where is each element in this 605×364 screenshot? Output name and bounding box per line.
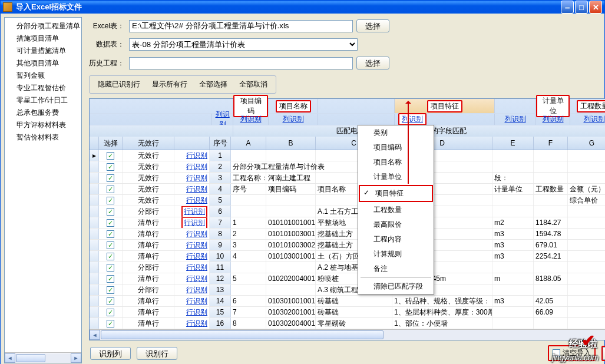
row-identify-link[interactable]: 行识别 xyxy=(174,318,210,329)
dropdown-item[interactable]: 类别 xyxy=(358,125,434,140)
maximize-button[interactable]: □ xyxy=(575,1,588,14)
checkbox-icon[interactable] xyxy=(553,349,560,357)
col-identify-link-d[interactable]: 列识别 xyxy=(398,113,427,125)
sidebar-item[interactable]: 措施项目清单 xyxy=(15,32,81,45)
table-row: ✓无效行行识别4序号项目编码项目名称计量单位工程数量金额（元） xyxy=(90,184,605,195)
hide-identified-button[interactable]: 隐藏已识别行 xyxy=(92,78,146,91)
dropdown-item[interactable]: 项目特征 xyxy=(359,185,433,202)
cancel-all-button[interactable]: 全部取消 xyxy=(233,78,273,91)
column-match-dropdown[interactable]: 类别项目编码项目名称计量单位项目特征工程数量最高限价工程内容计算规则备注清除已匹… xyxy=(358,125,434,294)
dropdown-item[interactable]: 备注 xyxy=(358,262,434,276)
cell-b: 010202004001 xyxy=(266,273,316,284)
row-invalid-label: 清单行 xyxy=(123,240,174,250)
cell-e: 段： xyxy=(492,173,534,183)
clear-import-checkbox[interactable]: 清空导入 xyxy=(548,345,596,361)
import-button[interactable]: 导入 xyxy=(603,347,605,360)
show-all-button[interactable]: 显示所有行 xyxy=(146,78,193,91)
cell-f xyxy=(534,150,568,161)
row-checkbox[interactable]: ✓ xyxy=(99,240,123,250)
dropdown-item[interactable]: 计量单位 xyxy=(358,170,434,184)
sidebar-item[interactable]: 暂列金额 xyxy=(15,70,81,82)
col-identify-link-b[interactable]: 列识别 xyxy=(283,114,304,124)
row-checkbox[interactable]: ✓ xyxy=(99,296,123,306)
row-checkbox[interactable]: ✓ xyxy=(99,195,123,206)
sidebar-item[interactable]: 甲方评标材料表 xyxy=(15,119,81,131)
row-checkbox[interactable]: ✓ xyxy=(99,150,123,161)
table-row: ✓无效行行识别5综合单价 xyxy=(90,195,605,206)
grid-h-scroll-thumb[interactable] xyxy=(101,330,384,339)
sidebar-item[interactable]: 总承包服务费 xyxy=(15,107,81,119)
row-identify-link[interactable]: 行识别 xyxy=(174,262,210,273)
scroll-right-icon[interactable]: ► xyxy=(71,353,81,363)
dropdown-clear[interactable]: 清除已匹配字段 xyxy=(358,279,434,294)
col-no-header: 序号 xyxy=(210,137,231,150)
cell-a: 3 xyxy=(231,240,266,250)
close-button[interactable]: ✕ xyxy=(589,1,602,14)
row-identify-link[interactable]: 行识别 xyxy=(174,184,210,194)
sidebar-item[interactable]: 可计量措施清单 xyxy=(15,45,81,57)
cell-b xyxy=(266,262,316,273)
row-identify-link[interactable]: 行识别 xyxy=(174,150,210,161)
dropdown-item[interactable]: 计算规则 xyxy=(358,247,434,262)
scroll-left-icon[interactable]: ◄ xyxy=(5,353,15,363)
col-identify-link-f[interactable]: 列识别 xyxy=(543,114,564,124)
row-checkbox[interactable]: ✓ xyxy=(99,273,123,284)
minimize-button[interactable]: ‒ xyxy=(561,1,574,14)
dropdown-item[interactable]: 工程内容 xyxy=(358,232,434,247)
sheet-select[interactable]: 表-08 分部分项工程量清单计价表 xyxy=(129,38,358,51)
sidebar-h-scrollbar[interactable]: ◄ ► xyxy=(5,352,81,363)
select-all-button[interactable]: 全部选择 xyxy=(193,78,233,91)
row-indicator-icon xyxy=(90,284,99,295)
select-history-button[interactable]: 选择 xyxy=(356,57,389,70)
row-identify-link[interactable]: 行识别 xyxy=(174,240,210,250)
row-identify-link[interactable]: 行识别 xyxy=(174,206,210,217)
row-checkbox[interactable]: ✓ xyxy=(99,173,123,183)
sidebar-item[interactable]: 暂估价材料表 xyxy=(15,131,81,144)
row-identify-link[interactable]: 行识别 xyxy=(174,273,210,284)
col-identify-link-g[interactable]: 列识别 xyxy=(584,114,605,124)
row-checkbox[interactable]: ✓ xyxy=(99,307,123,317)
row-invalid-label: 清单行 xyxy=(123,318,174,329)
sidebar-item[interactable]: 其他项目清单 xyxy=(15,57,81,70)
identify-col-button[interactable]: 识别列 xyxy=(90,347,131,360)
row-identify-link[interactable]: 行识别 xyxy=(174,251,210,262)
row-identify-link[interactable]: 行识别 xyxy=(174,296,210,306)
row-checkbox[interactable]: ✓ xyxy=(99,217,123,228)
row-checkbox[interactable]: ✓ xyxy=(99,251,123,262)
dropdown-item[interactable]: 项目编码 xyxy=(358,140,434,155)
history-input[interactable] xyxy=(129,57,353,70)
row-identify-link[interactable]: 行识别 xyxy=(174,195,210,206)
sidebar-item[interactable]: 专业工程暂估价 xyxy=(15,82,81,94)
row-identify-link[interactable]: 行识别 xyxy=(174,161,210,172)
grid-scroll-left-icon[interactable]: ◄ xyxy=(90,330,100,340)
grid-h-scrollbar[interactable]: ◄ ► xyxy=(90,329,605,340)
row-identify-link[interactable]: 行识别 xyxy=(174,307,210,317)
sidebar-item[interactable]: 零星工作/计日工 xyxy=(15,94,81,107)
sidebar-item[interactable]: 分部分项工程量清单 xyxy=(15,20,81,32)
col-identify-link-e[interactable]: 列识别 xyxy=(505,114,526,124)
cell-e xyxy=(492,307,534,317)
col-identify-link-a[interactable]: 列识别 xyxy=(240,114,262,124)
row-identify-link[interactable]: 行识别 xyxy=(174,217,210,228)
dropdown-item[interactable]: 工程数量 xyxy=(358,203,434,217)
cell-e xyxy=(492,195,534,206)
row-checkbox[interactable]: ✓ xyxy=(99,318,123,329)
scroll-thumb[interactable] xyxy=(16,354,45,362)
identify-row-button[interactable]: 识别行 xyxy=(137,347,177,360)
row-checkbox[interactable]: ✓ xyxy=(99,161,123,172)
row-identify-link[interactable]: 行识别 xyxy=(174,173,210,183)
excel-path-input[interactable] xyxy=(129,20,353,32)
table-row: ✓清单行行识别82010101003001挖基础土方m31594.78 xyxy=(90,229,605,240)
row-checkbox[interactable]: ✓ xyxy=(99,262,123,273)
row-checkbox[interactable]: ✓ xyxy=(99,206,123,217)
dropdown-item[interactable]: 项目名称 xyxy=(358,155,434,170)
cell-e: m3 xyxy=(492,240,534,250)
row-identify-link[interactable]: 行识别 xyxy=(174,229,210,239)
row-checkbox[interactable]: ✓ xyxy=(99,284,123,295)
cell-b xyxy=(266,150,316,161)
row-identify-link[interactable]: 行识别 xyxy=(174,284,210,295)
row-checkbox[interactable]: ✓ xyxy=(99,184,123,194)
row-checkbox[interactable]: ✓ xyxy=(99,229,123,239)
dropdown-item[interactable]: 最高限价 xyxy=(358,217,434,232)
select-excel-button[interactable]: 选择 xyxy=(356,19,389,32)
